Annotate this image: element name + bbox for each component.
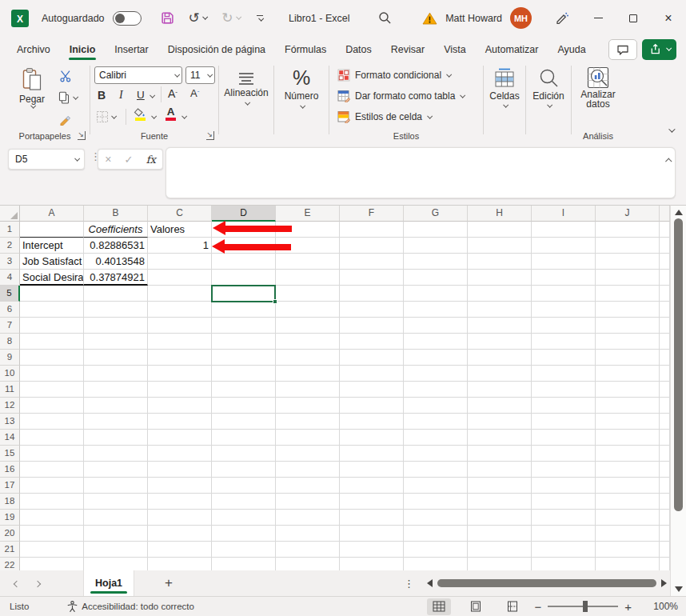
cell-B10[interactable] xyxy=(84,366,148,382)
cell-D9[interactable] xyxy=(212,350,276,366)
cell-D3[interactable] xyxy=(212,254,276,270)
cell-D18[interactable] xyxy=(212,494,276,510)
cell-C2[interactable]: 1 xyxy=(148,238,212,254)
column-header-I[interactable]: I xyxy=(532,206,596,222)
cell-J15[interactable] xyxy=(596,446,660,462)
cell-D16[interactable] xyxy=(212,462,276,478)
tab-disposicion[interactable]: Disposición de página xyxy=(159,38,274,61)
cell-I18[interactable] xyxy=(532,494,596,510)
cell-E11[interactable] xyxy=(276,382,340,398)
cell-D22[interactable] xyxy=(212,558,276,570)
cell-G2[interactable] xyxy=(404,238,468,254)
cell-G19[interactable] xyxy=(404,510,468,526)
insert-function-button[interactable]: fx xyxy=(146,154,156,166)
cell-J12[interactable] xyxy=(596,398,660,414)
cell-B5[interactable] xyxy=(84,286,148,302)
cell-B21[interactable] xyxy=(84,542,148,558)
chevron-down-icon[interactable] xyxy=(151,114,156,118)
cell-E15[interactable] xyxy=(276,446,340,462)
cell-C17[interactable] xyxy=(148,478,212,494)
cell-partial-4[interactable] xyxy=(660,270,670,286)
cell-J7[interactable] xyxy=(596,318,660,334)
cell-I7[interactable] xyxy=(532,318,596,334)
cell-H22[interactable] xyxy=(468,558,532,570)
row-header-18[interactable]: 18 xyxy=(0,494,20,510)
page-layout-view-button[interactable] xyxy=(464,598,488,615)
alignment-button[interactable]: Alineación xyxy=(219,72,273,106)
cell-C12[interactable] xyxy=(148,398,212,414)
quick-access-customize-button[interactable] xyxy=(257,15,263,22)
cell-partial-17[interactable] xyxy=(660,478,670,494)
font-dialog-launcher-icon[interactable]: ↘ xyxy=(206,131,214,140)
copilot-pen-icon[interactable] xyxy=(554,11,569,25)
cell-partial-18[interactable] xyxy=(660,494,670,510)
avatar[interactable]: MH xyxy=(510,7,532,29)
decrease-font-button[interactable]: Aˇ xyxy=(190,87,199,99)
cell-A20[interactable] xyxy=(20,526,84,542)
sheet-tab-hoja1[interactable]: Hoja1 xyxy=(83,570,134,596)
cell-B1[interactable]: Coefficients xyxy=(84,222,148,238)
cell-A14[interactable] xyxy=(20,430,84,446)
cell-H9[interactable] xyxy=(468,350,532,366)
cell-H3[interactable] xyxy=(468,254,532,270)
scroll-right-icon[interactable] xyxy=(661,579,667,587)
cell-A8[interactable] xyxy=(20,334,84,350)
cell-F3[interactable] xyxy=(340,254,404,270)
zoom-level[interactable]: 100% xyxy=(643,601,678,612)
row-header-3[interactable]: 3 xyxy=(0,254,20,270)
row-header-13[interactable]: 13 xyxy=(0,414,20,430)
cell-A13[interactable] xyxy=(20,414,84,430)
close-button[interactable]: × xyxy=(651,0,686,36)
cell-I19[interactable] xyxy=(532,510,596,526)
scroll-up-icon[interactable] xyxy=(675,210,683,215)
cell-C21[interactable] xyxy=(148,542,212,558)
page-break-view-button[interactable] xyxy=(501,598,524,615)
tab-datos[interactable]: Datos xyxy=(337,38,381,61)
cell-C11[interactable] xyxy=(148,382,212,398)
cell-H19[interactable] xyxy=(468,510,532,526)
cell-H17[interactable] xyxy=(468,478,532,494)
cell-H18[interactable] xyxy=(468,494,532,510)
cell-partial-14[interactable] xyxy=(660,430,670,446)
cell-C16[interactable] xyxy=(148,462,212,478)
cell-B6[interactable] xyxy=(84,302,148,318)
column-header-C[interactable]: C xyxy=(148,206,212,222)
cell-partial-22[interactable] xyxy=(660,558,670,570)
cell-E8[interactable] xyxy=(276,334,340,350)
cell-H10[interactable] xyxy=(468,366,532,382)
cell-F19[interactable] xyxy=(340,510,404,526)
cell-J11[interactable] xyxy=(596,382,660,398)
cells-button[interactable]: Celdas xyxy=(484,68,525,108)
cell-C20[interactable] xyxy=(148,526,212,542)
cell-D19[interactable] xyxy=(212,510,276,526)
cell-J16[interactable] xyxy=(596,462,660,478)
undo-button[interactable]: ↺ xyxy=(189,11,206,25)
cell-H4[interactable] xyxy=(468,270,532,286)
cell-E16[interactable] xyxy=(276,462,340,478)
zoom-out-button[interactable]: − xyxy=(534,600,541,614)
cell-G4[interactable] xyxy=(404,270,468,286)
cell-I11[interactable] xyxy=(532,382,596,398)
cell-I21[interactable] xyxy=(532,542,596,558)
cell-B12[interactable] xyxy=(84,398,148,414)
cell-partial-5[interactable] xyxy=(660,286,670,302)
horizontal-scrollbar[interactable] xyxy=(427,570,667,596)
row-header-6[interactable]: 6 xyxy=(0,302,20,318)
cell-D14[interactable] xyxy=(212,430,276,446)
cell-G22[interactable] xyxy=(404,558,468,570)
share-button[interactable] xyxy=(642,39,677,60)
cell-partial-12[interactable] xyxy=(660,398,670,414)
cell-A3[interactable]: Job Satisfact xyxy=(20,254,84,270)
cell-J18[interactable] xyxy=(596,494,660,510)
cell-F12[interactable] xyxy=(340,398,404,414)
tab-vista[interactable]: Vista xyxy=(435,38,475,61)
zoom-in-button[interactable]: + xyxy=(624,600,632,614)
cell-C4[interactable] xyxy=(148,270,212,286)
cell-H1[interactable] xyxy=(468,222,532,238)
select-all-corner[interactable] xyxy=(0,206,20,222)
cell-F21[interactable] xyxy=(340,542,404,558)
cell-A16[interactable] xyxy=(20,462,84,478)
name-box[interactable]: D5 xyxy=(8,149,85,170)
format-painter-button[interactable] xyxy=(59,113,72,126)
cell-partial-3[interactable] xyxy=(660,254,670,270)
